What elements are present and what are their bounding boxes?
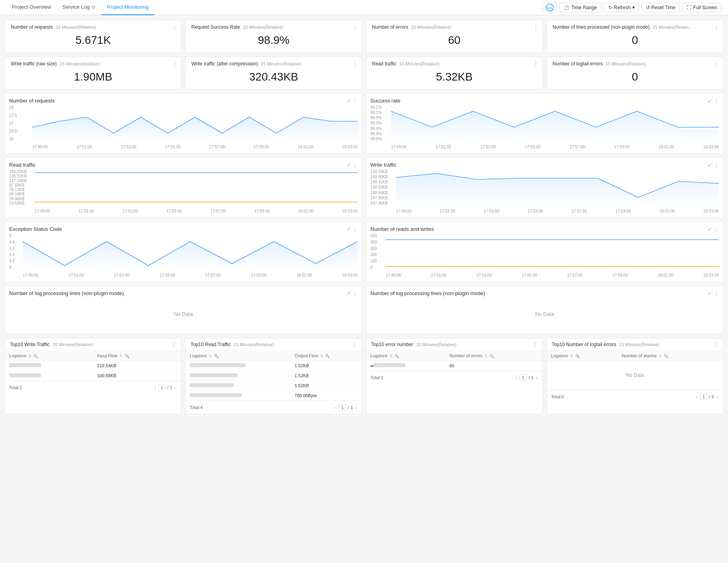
- stat-card-title: Read traffic: [372, 61, 396, 67]
- chart-row-2: Read traffic ⤢ ⋮ 156.25KB136.72KB117.19K…: [5, 157, 723, 218]
- search-icon[interactable]: 🔍: [490, 354, 494, 358]
- stat-card-menu[interactable]: ⋮: [714, 24, 719, 30]
- more-icon[interactable]: ⋮: [353, 226, 358, 232]
- chart-actions[interactable]: ⤢ ⋮: [708, 226, 719, 232]
- sort-icon[interactable]: ⇅: [320, 354, 323, 358]
- chart-actions[interactable]: ⤢ ⋮: [346, 162, 358, 168]
- chart-panel-write-traffic: Write traffic ⤢ ⋮ 150.39KB149.90KB149.41…: [366, 157, 723, 218]
- reset-time-button[interactable]: ↺ Reset Time: [641, 3, 680, 12]
- table-total: Total:1: [370, 375, 383, 380]
- page-number[interactable]: 1: [158, 384, 165, 391]
- refresh-label: Refresh: [614, 5, 631, 10]
- more-icon[interactable]: ⋮: [714, 162, 719, 168]
- logtail-errors-table: Logstore ⇅ 🔍 Number of alarms ⇅ 🔍: [547, 351, 723, 390]
- sort-icon[interactable]: ⇅: [570, 354, 573, 358]
- stat-card-menu[interactable]: ⋮: [172, 61, 177, 67]
- tab-project-overview[interactable]: Project Overview: [6, 0, 57, 15]
- sort-icon[interactable]: ⇅: [119, 354, 122, 358]
- stat-card-menu[interactable]: ⋮: [533, 61, 538, 67]
- gear-icon[interactable]: ⚙: [91, 4, 96, 10]
- prev-page-button[interactable]: ‹: [153, 385, 157, 390]
- expand-icon[interactable]: ⤢: [346, 162, 350, 168]
- chart-actions[interactable]: ⤢ ⋮: [708, 162, 719, 168]
- tab-service-log[interactable]: Service Log ⚙: [57, 0, 101, 15]
- stat-card-menu[interactable]: ⋮: [533, 24, 538, 30]
- search-icon[interactable]: 🔍: [33, 354, 38, 358]
- more-icon[interactable]: ⋮: [353, 162, 358, 168]
- sort-icon[interactable]: ⇅: [390, 354, 393, 358]
- search-icon[interactable]: 🔍: [575, 354, 580, 358]
- chart-panel-requests: Number of requests ⤢ ⋮ 1817.51716.516: [5, 93, 362, 154]
- next-page-button[interactable]: ›: [716, 394, 719, 399]
- more-icon[interactable]: ⋮: [714, 226, 719, 232]
- page-number[interactable]: 1: [700, 394, 707, 400]
- prev-page-button[interactable]: ‹: [515, 375, 518, 380]
- table-menu-icon[interactable]: ⋮: [171, 342, 176, 347]
- refresh-button[interactable]: ↻ Refresh ▾: [604, 3, 639, 12]
- more-icon[interactable]: ⋮: [714, 98, 719, 104]
- search-icon[interactable]: 🔍: [125, 354, 129, 358]
- svg-text:SQL: SQL: [547, 6, 553, 10]
- table-panel-title: Top10 Number of logtail errors: [552, 342, 616, 347]
- table-menu-icon[interactable]: ⋮: [713, 342, 718, 347]
- col-logstore: Logstore ⇅ 🔍: [547, 351, 618, 361]
- chart-row-1: Number of requests ⤢ ⋮ 1817.51716.516: [5, 93, 723, 154]
- stat-card-value: 0: [553, 71, 717, 83]
- table-row: 219.54KB: [5, 361, 181, 371]
- stat-card-menu[interactable]: ⋮: [353, 24, 358, 30]
- table-panel-title: Top10 error number: [371, 342, 413, 347]
- sort-icon[interactable]: ⇅: [28, 354, 31, 358]
- expand-icon[interactable]: ⤢: [708, 162, 712, 168]
- table-panel-write-traffic: Top10 Write Traffic 15 Minutes(Relative)…: [5, 338, 181, 414]
- col-logstore: Logstore ⇅ 🔍: [5, 351, 93, 361]
- table-panel-title: Top10 Write Traffic: [10, 342, 50, 347]
- chart-actions[interactable]: ⤢ ⋮: [708, 98, 719, 104]
- stat-card-title: Number of logtail errors: [553, 61, 602, 67]
- sort-icon[interactable]: ⇅: [659, 354, 662, 358]
- full-screen-button[interactable]: ⛶ Full Screen: [682, 3, 722, 12]
- chart-panel-title: Number of log processing lines (non-plug…: [370, 290, 485, 296]
- more-icon[interactable]: ⋮: [714, 291, 719, 296]
- chart-actions[interactable]: ⤢ ⋮: [346, 98, 358, 104]
- stat-card-menu[interactable]: ⋮: [714, 61, 719, 67]
- expand-icon[interactable]: ⤢: [346, 98, 350, 104]
- next-page-button[interactable]: ›: [354, 405, 358, 410]
- more-icon[interactable]: ⋮: [353, 291, 358, 296]
- prev-page-button[interactable]: ‹: [695, 394, 698, 399]
- chart-area-exception: 54.84.64.44.24 1: [9, 234, 358, 278]
- search-icon[interactable]: 🔍: [325, 354, 330, 358]
- table-menu-icon[interactable]: ⋮: [352, 342, 357, 347]
- table-row: 1.52KB: [186, 381, 362, 391]
- chart-content: [35, 169, 358, 205]
- chart-actions[interactable]: ⤢ ⋮: [346, 226, 358, 232]
- table-cell-value: 780.00Byte: [291, 391, 362, 401]
- table-menu-icon[interactable]: ⋮: [533, 342, 537, 347]
- col-logstore: Logstore ⇅ 🔍: [366, 351, 445, 361]
- table-cell-value: 1.52KB: [291, 361, 362, 371]
- tab-project-monitoring[interactable]: Project Monitoring: [101, 0, 154, 15]
- search-icon[interactable]: 🔍: [395, 354, 399, 358]
- expand-icon[interactable]: ⤢: [346, 226, 350, 232]
- expand-icon[interactable]: ⤢: [708, 291, 712, 296]
- expand-icon[interactable]: ⤢: [708, 98, 712, 104]
- chart-actions[interactable]: ⤢ ⋮: [708, 291, 719, 296]
- expand-icon[interactable]: ⤢: [346, 291, 350, 296]
- turbo-sql-icon[interactable]: SQL: [543, 2, 557, 13]
- search-icon[interactable]: 🔍: [664, 354, 668, 358]
- chart-actions[interactable]: ⤢ ⋮: [346, 291, 358, 296]
- table-row: 100.88KB: [5, 371, 181, 381]
- expand-icon[interactable]: ⤢: [708, 226, 712, 232]
- next-page-button[interactable]: ›: [535, 375, 538, 380]
- reset-icon: ↺: [646, 5, 650, 10]
- next-page-button[interactable]: ›: [174, 385, 177, 390]
- stat-card-menu[interactable]: ⋮: [172, 24, 177, 30]
- page-number[interactable]: 1: [339, 404, 346, 411]
- time-range-button[interactable]: 🕐 Time Range: [559, 3, 602, 12]
- sort-icon[interactable]: ⇅: [209, 354, 212, 358]
- page-number[interactable]: 1: [519, 374, 527, 381]
- prev-page-button[interactable]: ‹: [334, 405, 337, 410]
- stat-card-menu[interactable]: ⋮: [353, 61, 358, 67]
- more-icon[interactable]: ⋮: [353, 98, 358, 104]
- sort-icon[interactable]: ⇅: [484, 354, 488, 358]
- search-icon[interactable]: 🔍: [214, 354, 218, 358]
